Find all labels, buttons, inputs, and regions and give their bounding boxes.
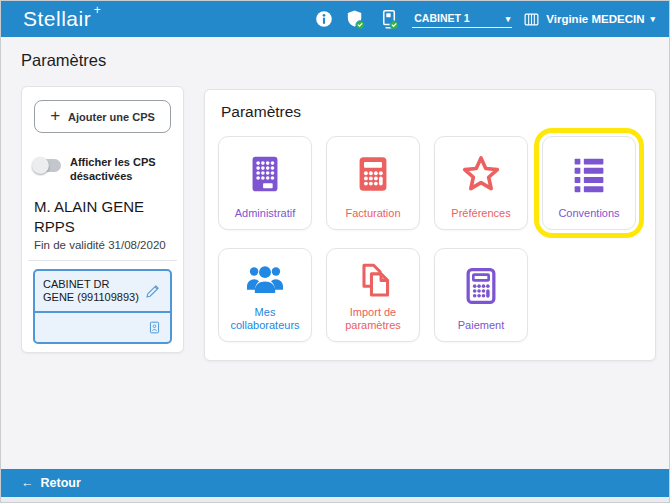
content-area: Paramètres + Ajouter une CPS Afficher le… xyxy=(1,37,669,469)
top-bar: Stellair + xyxy=(1,1,669,37)
add-cps-button-label: Ajouter une CPS xyxy=(68,111,155,123)
toggle-switch-off[interactable] xyxy=(34,159,61,172)
cabinet-entry-secondary[interactable] xyxy=(35,313,170,342)
tile-preferences[interactable]: Préférences xyxy=(434,136,528,230)
tile-label: Préférences xyxy=(448,207,513,220)
id-badge-icon[interactable] xyxy=(147,320,162,335)
tile-mes-collaborateurs[interactable]: Mes collaborateurs xyxy=(218,248,312,342)
tile-label: Facturation xyxy=(342,207,403,220)
shield-status-icon[interactable] xyxy=(344,8,367,31)
settings-panel: Paramètres xyxy=(204,89,656,361)
window-bottom-strip xyxy=(1,497,669,502)
add-cps-button[interactable]: + Ajouter une CPS xyxy=(34,100,171,133)
app-logo-text: Stellair xyxy=(23,7,91,30)
star-icon xyxy=(458,141,504,207)
tile-label: Import de paramètres xyxy=(327,306,419,332)
show-disabled-cps-toggle[interactable]: Afficher les CPS désactivées xyxy=(34,156,173,183)
toggle-knob xyxy=(32,157,49,174)
tile-conventions[interactable]: Conventions xyxy=(542,136,636,230)
app-logo: Stellair + xyxy=(23,7,103,31)
people-icon xyxy=(242,253,288,306)
cabinet-entry[interactable]: CABINET DR GENE (991109893) xyxy=(35,271,170,313)
calculator-outline-icon xyxy=(458,253,504,319)
info-icon[interactable] xyxy=(315,10,333,28)
plus-icon: + xyxy=(50,106,60,126)
tile-label: Paiement xyxy=(455,319,507,332)
cabinet-box: CABINET DR GENE (991109893) xyxy=(33,269,172,344)
card-reader-status-icon[interactable] xyxy=(378,8,401,31)
chevron-down-icon: ▾ xyxy=(650,14,655,24)
toggle-label: Afficher les CPS désactivées xyxy=(70,156,173,183)
tile-facturation[interactable]: Facturation xyxy=(326,136,420,230)
back-button[interactable]: ← Retour xyxy=(1,469,669,497)
user-menu[interactable]: Virginie MEDECIN ▾ xyxy=(523,11,655,28)
app-window: Stellair + xyxy=(0,0,670,503)
building-icon xyxy=(242,141,288,207)
back-arrow-icon: ← xyxy=(21,476,34,490)
tile-administratif[interactable]: Administratif xyxy=(218,136,312,230)
back-button-label: Retour xyxy=(41,476,81,490)
cabinet-entry-label: CABINET DR GENE (991109893) xyxy=(43,278,139,305)
list-icon xyxy=(566,141,612,207)
settings-tiles-grid: Administratif xyxy=(218,136,655,342)
page-title: Paramètres xyxy=(21,51,106,70)
chevron-down-icon: ▾ xyxy=(506,14,511,24)
tile-paiement[interactable]: Paiement xyxy=(434,248,528,342)
calculator-filled-icon xyxy=(350,141,396,207)
validity-date: Fin de validité 31/08/2020 xyxy=(34,239,173,251)
tile-label: Administratif xyxy=(232,207,299,220)
copy-pages-icon xyxy=(350,253,396,306)
divider xyxy=(28,260,177,261)
cabinet-select-value: CABINET 1 xyxy=(414,12,469,24)
user-name: Virginie MEDECIN xyxy=(546,13,644,25)
top-bar-actions: CABINET 1 ▾ Virginie MEDECIN ▾ xyxy=(315,8,655,31)
logo-sparkle-icon: + xyxy=(94,3,102,17)
card-holder-name: M. ALAIN GENE RPPS xyxy=(34,197,173,237)
cabinet-select[interactable]: CABINET 1 ▾ xyxy=(412,10,512,28)
cps-card-icon xyxy=(523,11,540,28)
tile-import-de-parametres[interactable]: Import de paramètres xyxy=(326,248,420,342)
cps-sidebar-card: + Ajouter une CPS Afficher les CPS désac… xyxy=(21,86,184,353)
settings-panel-title: Paramètres xyxy=(221,103,655,121)
tile-label: Mes collaborateurs xyxy=(219,306,311,332)
tile-label: Conventions xyxy=(555,207,622,220)
edit-pencil-icon[interactable] xyxy=(143,282,162,301)
